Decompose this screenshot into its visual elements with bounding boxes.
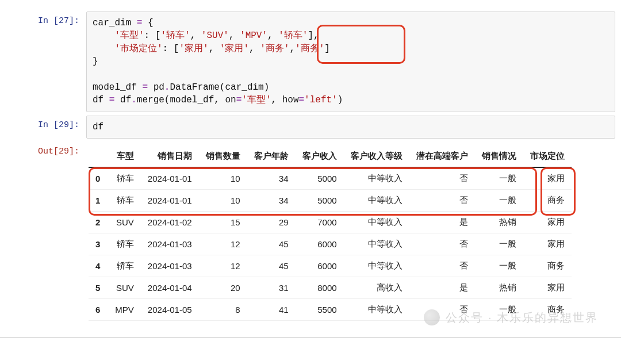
table-cell: 2024-01-01 <box>141 167 199 190</box>
row-index: 2 <box>89 212 108 233</box>
table-cell: 家用 <box>523 277 572 299</box>
table-cell: 31 <box>247 277 296 299</box>
column-header: 销售数量 <box>199 145 247 167</box>
table-cell: 轿车 <box>108 233 141 255</box>
table-cell: 8 <box>199 299 247 321</box>
code-input-29[interactable]: df <box>86 116 615 139</box>
table-cell: 2024-01-01 <box>141 190 199 212</box>
table-cell: 45 <box>247 233 296 255</box>
table-cell: 中等收入 <box>344 212 409 233</box>
table-cell: 34 <box>247 167 296 190</box>
column-header: 销售情况 <box>475 145 523 167</box>
prompt-in-29: In [29]: <box>6 116 86 139</box>
table-cell: 商务 <box>523 190 572 212</box>
row-index: 4 <box>89 255 108 277</box>
column-header: 客户收入 <box>296 145 344 167</box>
table-cell: 高收入 <box>344 277 409 299</box>
table-header-row: 车型 销售日期 销售数量 客户年龄 客户收入 客户收入等级 潜在高端客户 销售情… <box>89 145 572 167</box>
table-cell: 5000 <box>296 167 344 190</box>
table-cell: 中等收入 <box>344 190 409 212</box>
table-cell: 中等收入 <box>344 233 409 255</box>
table-cell: 中等收入 <box>344 299 409 321</box>
table-cell: 10 <box>199 167 247 190</box>
code-text: df <box>93 122 103 132</box>
table-cell: 一般 <box>475 167 523 190</box>
row-index: 1 <box>89 190 108 212</box>
code-text: car_dim = { '车型': ['轿车', 'SUV', 'MPV', '… <box>93 18 343 105</box>
table-cell: 商务 <box>523 255 572 277</box>
table-cell: 7000 <box>296 212 344 233</box>
table-cell: 否 <box>409 190 475 212</box>
row-index: 6 <box>89 299 108 321</box>
table-cell: 否 <box>409 255 475 277</box>
jupyter-notebook: In [27]: car_dim = { '车型': ['轿车', 'SUV',… <box>0 0 621 338</box>
table-cell: 2024-01-03 <box>141 255 199 277</box>
table-cell: 2024-01-02 <box>141 212 199 233</box>
table-cell: 15 <box>199 212 247 233</box>
table-cell: 家用 <box>523 167 572 190</box>
table-row: 0轿车2024-01-0110345000中等收入否一般家用 <box>89 167 572 190</box>
table-cell: 5000 <box>296 190 344 212</box>
table-cell: 家用 <box>523 233 572 255</box>
table-row: 3轿车2024-01-0312456000中等收入否一般家用 <box>89 233 572 255</box>
table-cell: 12 <box>199 233 247 255</box>
table-cell: 热销 <box>475 277 523 299</box>
table-cell: 否 <box>409 233 475 255</box>
table-cell: 家用 <box>523 212 572 233</box>
row-index: 5 <box>89 277 108 299</box>
table-row: 1轿车2024-01-0110345000中等收入否一般商务 <box>89 190 572 212</box>
highlight-box-code <box>317 25 405 64</box>
dataframe-output: 车型 销售日期 销售数量 客户年龄 客户收入 客户收入等级 潜在高端客户 销售情… <box>86 142 615 327</box>
table-cell: 是 <box>409 277 475 299</box>
column-header: 客户年龄 <box>247 145 296 167</box>
column-header: 市场定位 <box>523 145 572 167</box>
table-cell: 商务 <box>523 299 572 321</box>
cell-out-29: Out[29]: 车型 销售日期 销售数量 客户年龄 客户收入 客户收入等级 潜… <box>6 142 615 327</box>
cell-in-29: In [29]: df <box>6 116 615 139</box>
table-cell: MPV <box>108 299 141 321</box>
table-cell: 一般 <box>475 255 523 277</box>
table-cell: 5500 <box>296 299 344 321</box>
table-cell: 轿车 <box>108 255 141 277</box>
row-index: 0 <box>89 167 108 190</box>
table-cell: 8000 <box>296 277 344 299</box>
table-cell: 2024-01-03 <box>141 233 199 255</box>
table-cell: 6000 <box>296 255 344 277</box>
table-cell: 12 <box>199 255 247 277</box>
column-header: 潜在高端客户 <box>409 145 475 167</box>
table-row: 6MPV2024-01-058415500中等收入否一般商务 <box>89 299 572 321</box>
table-cell: 45 <box>247 255 296 277</box>
row-index: 3 <box>89 233 108 255</box>
table-cell: 34 <box>247 190 296 212</box>
table-cell: 2024-01-05 <box>141 299 199 321</box>
table-cell: 6000 <box>296 233 344 255</box>
prompt-out-29: Out[29]: <box>6 142 86 327</box>
table-cell: 轿车 <box>108 167 141 190</box>
table-cell: 一般 <box>475 233 523 255</box>
table-cell: 20 <box>199 277 247 299</box>
table-cell: 一般 <box>475 299 523 321</box>
column-header: 客户收入等级 <box>344 145 409 167</box>
table-cell: 41 <box>247 299 296 321</box>
table-row: 2SUV2024-01-0215297000中等收入是热销家用 <box>89 212 572 233</box>
dataframe-table: 车型 销售日期 销售数量 客户年龄 客户收入 客户收入等级 潜在高端客户 销售情… <box>89 145 572 321</box>
table-cell: SUV <box>108 212 141 233</box>
table-cell: 中等收入 <box>344 167 409 190</box>
table-cell: 29 <box>247 212 296 233</box>
table-cell: 轿车 <box>108 190 141 212</box>
table-cell: SUV <box>108 277 141 299</box>
table-cell: 2024-01-04 <box>141 277 199 299</box>
cell-in-27: In [27]: car_dim = { '车型': ['轿车', 'SUV',… <box>6 12 615 112</box>
table-cell: 一般 <box>475 190 523 212</box>
table-cell: 热销 <box>475 212 523 233</box>
table-row: 5SUV2024-01-0420318000高收入是热销家用 <box>89 277 572 299</box>
column-header: 车型 <box>108 145 141 167</box>
code-input-27[interactable]: car_dim = { '车型': ['轿车', 'SUV', 'MPV', '… <box>86 12 615 112</box>
table-cell: 是 <box>409 212 475 233</box>
column-header: 销售日期 <box>141 145 199 167</box>
table-cell: 否 <box>409 167 475 190</box>
table-cell: 10 <box>199 190 247 212</box>
prompt-in-27: In [27]: <box>6 12 86 112</box>
table-cell: 中等收入 <box>344 255 409 277</box>
table-cell: 否 <box>409 299 475 321</box>
